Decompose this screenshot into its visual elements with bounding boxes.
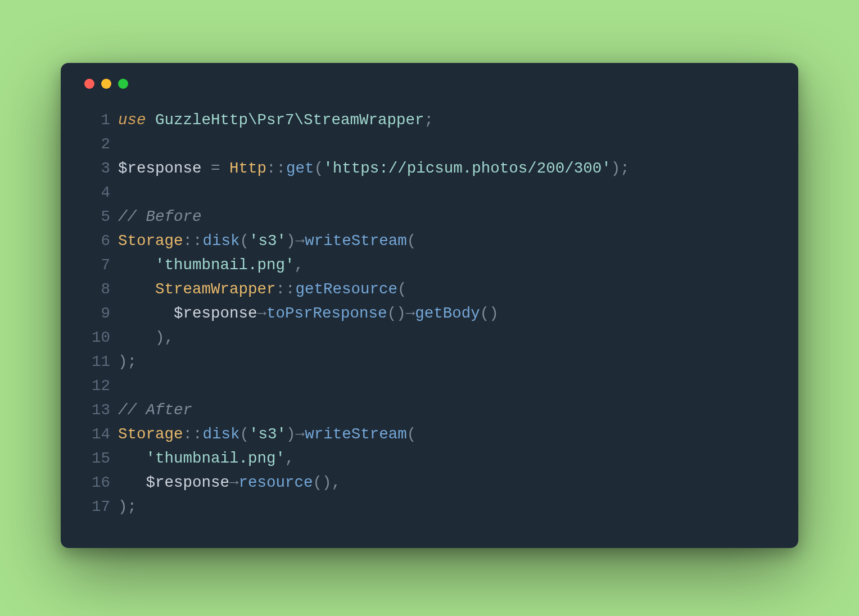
token-variable: $response: [118, 160, 202, 177]
token-punct: ,: [285, 450, 295, 467]
line-number: 10: [83, 325, 118, 350]
token-punct: [202, 160, 211, 177]
line-number: 13: [83, 398, 118, 422]
token-keyword: use: [118, 111, 155, 129]
code-line: 17);: [83, 495, 776, 519]
token-method: disk: [203, 425, 240, 443]
code-line: 4: [83, 180, 776, 205]
close-icon[interactable]: [84, 79, 94, 89]
line-number: 9: [83, 301, 118, 325]
line-number: 4: [83, 180, 118, 205]
token-arrow: →: [296, 425, 305, 443]
code-line: 2: [83, 132, 776, 156]
token-namespace: GuzzleHttp\Psr7\StreamWrapper: [155, 111, 424, 129]
line-content: StreamWrapper::getResource(: [118, 277, 407, 301]
token-arrow: →: [257, 305, 267, 322]
zoom-icon[interactable]: [118, 79, 128, 89]
token-method: writeStream: [305, 425, 407, 443]
line-number: 11: [83, 350, 118, 374]
token-punct: ;: [128, 498, 137, 515]
line-content: // Before: [118, 205, 202, 229]
line-number: 7: [83, 253, 118, 277]
line-content: $response→toPsrResponse()→getBody(): [118, 301, 499, 325]
code-block: 1use GuzzleHttp\Psr7\StreamWrapper;2 3$r…: [83, 108, 776, 519]
line-content: use GuzzleHttp\Psr7\StreamWrapper;: [118, 108, 433, 132]
line-content: 'thumbnail.png',: [118, 446, 295, 470]
code-line: 15 'thumbnail.png',: [83, 446, 776, 470]
code-line: 3$response = Http::get('https://picsum.p…: [83, 156, 776, 180]
line-content: [118, 374, 128, 398]
line-content: );: [118, 350, 137, 374]
token-method: get: [286, 160, 314, 177]
line-content: Storage::disk('s3')→writeStream(: [118, 229, 416, 253]
minimize-icon[interactable]: [101, 79, 111, 89]
line-content: ),: [118, 325, 174, 350]
code-line: 7 'thumbnail.png',: [83, 253, 776, 277]
token-punct: ,: [165, 329, 174, 346]
token-punct: ): [489, 305, 499, 322]
token-punct: [118, 329, 155, 346]
token-punct: ): [396, 305, 406, 322]
token-method: writeStream: [305, 232, 407, 250]
line-number: 16: [83, 470, 118, 495]
token-punct: (: [387, 305, 397, 322]
token-punct: [118, 256, 155, 274]
line-content: // After: [118, 398, 192, 422]
token-dbl-colon: ::: [183, 425, 203, 443]
token-punct: [118, 474, 146, 491]
token-method: resource: [239, 474, 313, 491]
line-content: 'thumbnail.png',: [118, 253, 304, 277]
token-punct: (: [314, 160, 324, 177]
token-punct: (: [313, 474, 323, 491]
token-punct: (: [480, 305, 490, 322]
token-punct: (: [407, 232, 417, 250]
token-punct: ;: [424, 111, 434, 129]
line-number: 1: [83, 108, 118, 132]
code-line: 14Storage::disk('s3')→writeStream(: [83, 422, 776, 446]
window-traffic-lights: [84, 79, 776, 89]
token-method: getResource: [296, 280, 398, 298]
line-number: 15: [83, 446, 118, 470]
token-punct: ,: [295, 256, 304, 274]
line-number: 12: [83, 374, 118, 398]
token-punct: ): [155, 329, 165, 346]
line-number: 2: [83, 132, 118, 156]
line-content: [118, 132, 128, 156]
stage: 1use GuzzleHttp\Psr7\StreamWrapper;2 3$r…: [0, 0, 859, 616]
token-class: StreamWrapper: [155, 280, 276, 298]
token-punct: (: [407, 425, 417, 443]
line-content: [118, 180, 128, 205]
line-content: );: [118, 495, 137, 519]
token-string: 'thumbnail.png': [146, 450, 286, 467]
token-class: Http: [229, 160, 266, 177]
line-content: Storage::disk('s3')→writeStream(: [118, 422, 416, 446]
token-variable: $response: [146, 474, 230, 491]
token-punct: ): [611, 160, 621, 177]
token-dbl-colon: ::: [276, 280, 296, 298]
token-punct: (: [240, 232, 250, 250]
code-line: 10 ),: [83, 325, 776, 350]
token-comment: // After: [118, 401, 192, 419]
token-dbl-colon: ::: [183, 232, 203, 250]
line-content: $response = Http::get('https://picsum.ph…: [118, 156, 630, 180]
code-line: 11);: [83, 350, 776, 374]
token-class: Storage: [118, 232, 183, 250]
code-line: 8 StreamWrapper::getResource(: [83, 277, 776, 301]
code-line: 5// Before: [83, 205, 776, 229]
line-number: 3: [83, 156, 118, 180]
token-punct: =: [211, 160, 220, 177]
token-class: Storage: [118, 425, 183, 443]
line-number: 17: [83, 495, 118, 519]
token-punct: ,: [332, 474, 341, 491]
token-punct: ): [118, 498, 128, 515]
token-punct: [118, 280, 155, 298]
code-line: 1use GuzzleHttp\Psr7\StreamWrapper;: [83, 108, 776, 132]
token-arrow: →: [229, 474, 239, 491]
token-punct: [220, 160, 230, 177]
token-punct: ): [286, 425, 296, 443]
token-method: disk: [203, 232, 240, 250]
code-line: 6Storage::disk('s3')→writeStream(: [83, 229, 776, 253]
token-variable: $response: [174, 305, 257, 322]
code-line: 12: [83, 374, 776, 398]
code-window: 1use GuzzleHttp\Psr7\StreamWrapper;2 3$r…: [61, 63, 798, 548]
